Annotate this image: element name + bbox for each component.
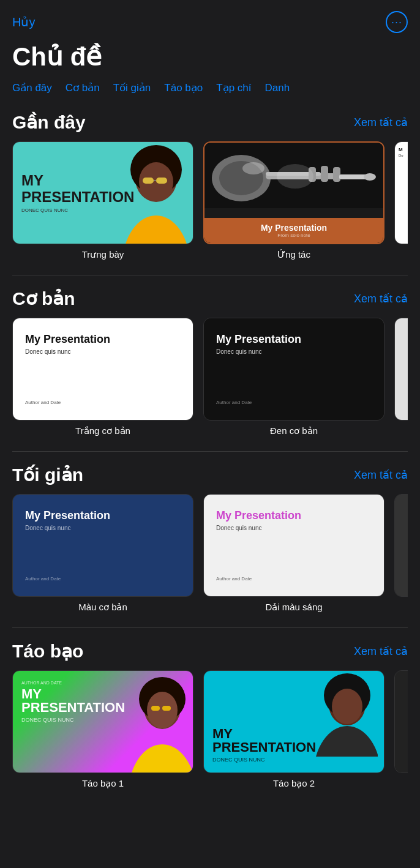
template-blue[interactable]: My Presentation Donec quis nunc Author a… bbox=[12, 494, 193, 613]
ungtac-photo bbox=[204, 143, 383, 208]
blue-subtitle: Donec quis nunc bbox=[25, 525, 181, 531]
black-author: Author and Date bbox=[216, 400, 372, 405]
svg-point-17 bbox=[242, 162, 264, 174]
trungbay-main-text: MYPRESENTATION bbox=[21, 173, 134, 205]
template-partial-minimal[interactable] bbox=[394, 494, 408, 613]
template-label-white: Trắng cơ bản bbox=[75, 425, 130, 436]
gradient-author: Author and Date bbox=[216, 576, 372, 582]
ungtac-subtitle: From solo note bbox=[212, 233, 376, 238]
gradient-bg: My Presentation Donec quis nunc Author a… bbox=[204, 495, 384, 596]
template-white[interactable]: My Presentation Donec quis nunc Author a… bbox=[12, 318, 193, 436]
trungbay-bg: MYPRESENTATION DONEC QUIS NUNC bbox=[13, 142, 193, 244]
template-thumb-black: My Presentation Donec quis nunc Author a… bbox=[203, 318, 384, 421]
white-bg: My Presentation Donec quis nunc Author a… bbox=[13, 318, 193, 420]
black-top: My Presentation Donec quis nunc bbox=[216, 333, 372, 355]
see-all-bold[interactable]: Xem tất cả bbox=[354, 645, 408, 658]
svg-rect-5 bbox=[156, 178, 167, 184]
taobao2-sub: DONEC QUIS NUNC bbox=[212, 757, 375, 763]
section-title-basic: Cơ bản bbox=[12, 288, 75, 309]
more-button[interactable]: ··· bbox=[386, 11, 408, 33]
white-top: My Presentation Donec quis nunc bbox=[25, 333, 181, 355]
svg-point-25 bbox=[313, 726, 378, 757]
gradient-top: My Presentation Donec quis nunc bbox=[216, 509, 372, 531]
template-label-taobao2: Táo bạo 2 bbox=[273, 778, 315, 789]
ungtac-title: My Presentation bbox=[212, 223, 376, 233]
section-title-bold: Táo bạo bbox=[12, 640, 83, 662]
see-all-basic[interactable]: Xem tất cả bbox=[354, 292, 408, 305]
templates-row-minimal: My Presentation Donec quis nunc Author a… bbox=[12, 494, 408, 615]
category-item-basic[interactable]: Cơ bản bbox=[66, 81, 100, 94]
taobao1-bg: AUTHOR AND DATE MYPRESENTATION DONEC QUI… bbox=[13, 671, 193, 773]
category-item-minimal[interactable]: Tối giản bbox=[113, 81, 151, 94]
divider-3 bbox=[12, 627, 408, 628]
svg-rect-24 bbox=[162, 706, 171, 711]
divider-1 bbox=[12, 275, 408, 275]
section-bold: Táo bạo Xem tất cả AUTHOR AND DATE MYPRE… bbox=[0, 634, 420, 791]
blue-bg: My Presentation Donec quis nunc Author a… bbox=[13, 495, 193, 596]
template-taobao2[interactable]: MYPRESENTATION DONEC QUIS NUNC Táo bạo 2 bbox=[203, 670, 384, 789]
blue-title: My Presentation bbox=[25, 509, 181, 522]
templates-row-bold: AUTHOR AND DATE MYPRESENTATION DONEC QUI… bbox=[12, 670, 408, 791]
blue-author: Author and Date bbox=[25, 576, 181, 582]
gradient-title: My Presentation bbox=[216, 509, 372, 522]
template-thumb-partial-minimal bbox=[394, 494, 408, 597]
template-thumb-taobao1: AUTHOR AND DATE MYPRESENTATION DONEC QUI… bbox=[12, 670, 193, 773]
ungtac-bg: My Presentation From solo note bbox=[204, 143, 383, 243]
bottom-spacer bbox=[0, 798, 420, 822]
trungbay-text: MYPRESENTATION DONEC QUIS NUNC bbox=[13, 142, 143, 244]
section-header-recent: Gần đây Xem tất cả bbox=[12, 111, 408, 133]
ungtac-bottom-bar: My Presentation From solo note bbox=[204, 218, 383, 243]
template-thumb-taobao2: MYPRESENTATION DONEC QUIS NUNC bbox=[203, 670, 384, 773]
template-partial-basic[interactable] bbox=[394, 318, 408, 436]
svg-point-22 bbox=[147, 692, 178, 728]
templates-row-recent: MYPRESENTATION DONEC QUIS NUNC bbox=[12, 141, 408, 263]
section-recent: Gần đây Xem tất cả MYPRESENTATION DONEC … bbox=[0, 105, 420, 263]
templates-row-basic: My Presentation Donec quis nunc Author a… bbox=[12, 318, 408, 439]
svg-point-16 bbox=[364, 173, 376, 181]
svg-point-28 bbox=[332, 689, 362, 724]
svg-rect-13 bbox=[321, 166, 328, 182]
template-label-trungbay: Trưng bày bbox=[82, 249, 124, 260]
template-thumb-partial-bold bbox=[394, 670, 408, 773]
white-author: Author and Date bbox=[25, 400, 181, 405]
category-item-bold[interactable]: Táo bạo bbox=[164, 81, 203, 94]
blue-top: My Presentation Donec quis nunc bbox=[25, 509, 181, 531]
template-label-gradient: Dải màu sáng bbox=[265, 602, 322, 613]
section-title-minimal: Tối giản bbox=[12, 464, 83, 485]
template-thumb-gradient: My Presentation Donec quis nunc Author a… bbox=[203, 494, 384, 597]
more-icon: ··· bbox=[391, 16, 402, 29]
category-nav: Gần đây Cơ bản Tối giản Táo bạo Tạp chí … bbox=[0, 81, 420, 105]
section-title-recent: Gần đây bbox=[12, 111, 86, 133]
svg-rect-14 bbox=[333, 167, 340, 182]
template-trungbay[interactable]: MYPRESENTATION DONEC QUIS NUNC bbox=[12, 141, 193, 260]
template-ungtac[interactable]: My Presentation From solo note Ứng tác bbox=[203, 141, 384, 260]
trungbay-sub-text: DONEC QUIS NUNC bbox=[21, 208, 134, 213]
svg-point-19 bbox=[129, 744, 193, 773]
template-thumb-ungtac: My Presentation From solo note bbox=[203, 141, 384, 244]
cancel-button[interactable]: Hủy bbox=[12, 15, 35, 29]
template-partial-bold[interactable] bbox=[394, 670, 408, 789]
white-subtitle: Donec quis nunc bbox=[25, 348, 181, 355]
template-thumb-trungbay: MYPRESENTATION DONEC QUIS NUNC bbox=[12, 141, 193, 244]
section-minimal: Tối giản Xem tất cả My Presentation Done… bbox=[0, 458, 420, 615]
header: Hủy ··· bbox=[0, 0, 420, 39]
template-thumb-partial-basic bbox=[394, 318, 408, 421]
template-black[interactable]: My Presentation Donec quis nunc Author a… bbox=[203, 318, 384, 436]
see-all-recent[interactable]: Xem tất cả bbox=[354, 116, 408, 129]
template-thumb-partial-recent: M Do bbox=[394, 141, 408, 244]
template-taobao1[interactable]: AUTHOR AND DATE MYPRESENTATION DONEC QUI… bbox=[12, 670, 193, 789]
gradient-subtitle: Donec quis nunc bbox=[216, 525, 372, 531]
divider-2 bbox=[12, 451, 408, 452]
template-partial-recent[interactable]: M Do bbox=[394, 141, 408, 260]
template-thumb-white: My Presentation Donec quis nunc Author a… bbox=[12, 318, 193, 421]
see-all-minimal[interactable]: Xem tất cả bbox=[354, 468, 408, 482]
template-label-taobao1: Táo bạo 1 bbox=[82, 778, 124, 789]
category-item-magazine[interactable]: Tạp chí bbox=[216, 81, 251, 94]
black-bg: My Presentation Donec quis nunc Author a… bbox=[204, 318, 384, 420]
section-basic: Cơ bản Xem tất cả My Presentation Donec … bbox=[0, 282, 420, 439]
template-label-ungtac: Ứng tác bbox=[277, 249, 310, 260]
category-item-named[interactable]: Danh bbox=[265, 81, 290, 94]
white-title: My Presentation bbox=[25, 333, 181, 346]
template-gradient[interactable]: My Presentation Donec quis nunc Author a… bbox=[203, 494, 384, 613]
category-item-recent[interactable]: Gần đây bbox=[12, 81, 52, 94]
